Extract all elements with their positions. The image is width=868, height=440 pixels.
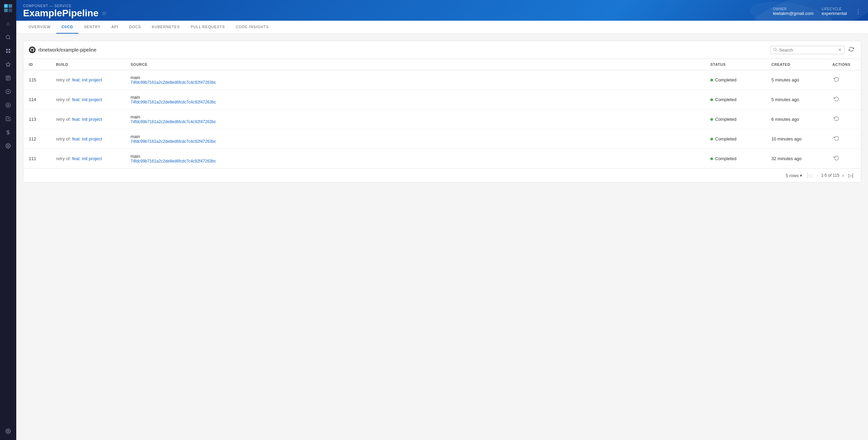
cell-actions-3 [827,129,861,149]
tab-overview[interactable]: OVERVIEW [23,21,56,34]
table-row: 113 retry of: feat: init project main 74… [23,110,861,129]
cell-id-1: 114 [23,90,51,110]
status-text-2: Completed [715,117,736,122]
builds-table: ID BUILD SOURCE STATUS CREATED ACTIONS 1… [23,59,861,168]
tab-api[interactable]: API [106,21,124,34]
svg-rect-8 [6,51,8,53]
sidebar-item-explore[interactable] [2,99,14,111]
cell-build-3: retry of: feat: init project [51,129,125,149]
prev-page-button[interactable]: ‹ [815,171,821,179]
tab-cicd[interactable]: CI/CD [56,21,79,34]
cell-status-0: Completed [705,70,766,90]
status-text-3: Completed [715,136,736,141]
svg-point-20 [7,145,9,147]
source-hash-1[interactable]: 74fdc99b7161a2c2de8ed6fcdc7c4c92f47263bc [131,100,699,104]
cell-created-3: 10 minutes ago [766,129,827,149]
header-left: COMPONENT — SERVICE ExamplePipeline ☆ [23,4,107,19]
tab-kubernetes[interactable]: KUBERNETES [146,21,185,34]
build-link-0[interactable]: feat: init project [72,77,102,82]
cell-source-3: main 74fdc99b7161a2c2de8ed6fcdc7c4c92f47… [125,129,705,149]
source-hash-3[interactable]: 74fdc99b7161a2c2de8ed6fcdc7c4c92f47263bc [131,139,699,144]
svg-point-22 [774,48,776,51]
search-input[interactable] [779,47,836,53]
cell-status-4: Completed [705,149,766,169]
sidebar-item-settings-bottom[interactable] [2,425,14,437]
sidebar-item-search[interactable] [2,31,14,43]
col-id: ID [23,59,51,70]
last-page-button[interactable]: ▷| [846,171,855,179]
page-info: 1-5 of 115 [821,173,840,178]
cell-build-2: retry of: feat: init project [51,110,125,129]
col-status: STATUS [705,59,766,70]
sidebar-item-settings-mid[interactable] [2,140,14,152]
source-hash-0[interactable]: 74fdc99b7161a2c2de8ed6fcdc7c4c92f47263bc [131,80,699,85]
cicd-table-card: rbnetwork/example-pipeline ✕ [23,41,861,183]
retry-button-2[interactable] [832,115,841,124]
cell-actions-1 [827,90,861,110]
cell-build-1: retry of: feat: init project [51,90,125,110]
page-navigation: |◁ ‹ 1-5 of 115 › ▷| [805,171,855,179]
header-right: Owner lewtakm@gmail.com Lifecycle experi… [773,7,861,16]
sidebar-item-dashboard[interactable] [2,45,14,57]
svg-rect-0 [4,4,7,7]
main-area: COMPONENT — SERVICE ExamplePipeline ☆ Ow… [16,0,868,440]
tab-docs[interactable]: DOCS [124,21,146,34]
retry-button-0[interactable] [832,75,841,85]
sidebar-logo[interactable] [3,3,14,14]
more-options-button[interactable]: ⋮ [855,8,861,15]
retry-button-1[interactable] [832,95,841,104]
build-link-1[interactable]: feat: init project [72,97,102,102]
refresh-button[interactable] [847,45,855,55]
clear-search-icon[interactable]: ✕ [838,47,842,52]
page-title: ExamplePipeline [23,8,99,19]
build-link-2[interactable]: feat: init project [72,117,102,122]
status-dot-0 [710,79,713,81]
cell-actions-0 [827,70,861,90]
next-page-button[interactable]: › [840,171,846,179]
build-link-4[interactable]: feat: init project [72,156,102,161]
cell-source-1: main 74fdc99b7161a2c2de8ed6fcdc7c4c92f47… [125,90,705,110]
status-text-1: Completed [715,97,736,102]
source-hash-2[interactable]: 74fdc99b7161a2c2de8ed6fcdc7c4c92f47263bc [131,119,699,124]
sidebar-item-docs[interactable] [2,72,14,84]
cell-id-2: 113 [23,110,51,129]
owner-meta: Owner lewtakm@gmail.com [773,7,813,16]
sidebar-item-cost[interactable] [2,126,14,138]
tab-code-insights[interactable]: CODE INSIGHTS [230,21,274,34]
tab-pull-requests[interactable]: PULL REQUESTS [185,21,230,34]
toolbar-right: ✕ [770,45,855,55]
col-source: SOURCE [125,59,705,70]
lifecycle-meta: Lifecycle experimental [822,7,847,16]
source-hash-4[interactable]: 74fdc99b7161a2c2de8ed6fcdc7c4c92f47263bc [131,159,699,164]
cell-created-2: 6 minutes ago [766,110,827,129]
favorite-icon[interactable]: ☆ [101,9,107,17]
cell-status-3: Completed [705,129,766,149]
first-page-button[interactable]: |◁ [805,171,814,179]
svg-rect-2 [4,8,7,12]
svg-rect-7 [8,49,10,51]
content-area: rbnetwork/example-pipeline ✕ [16,34,868,440]
cell-created-1: 5 minutes ago [766,90,827,110]
tab-sentry[interactable]: SENTRY [78,21,106,34]
cell-source-0: main 74fdc99b7161a2c2de8ed6fcdc7c4c92f47… [125,70,705,90]
svg-point-21 [7,431,9,432]
rows-dropdown-icon[interactable]: ▾ [800,173,802,178]
sidebar-item-home[interactable]: ⌂ [2,18,14,30]
github-icon [29,46,36,53]
component-type-label: COMPONENT — SERVICE [23,4,107,8]
svg-rect-3 [8,8,12,12]
build-link-3[interactable]: feat: init project [72,136,102,141]
cell-actions-2 [827,110,861,129]
owner-label: Owner [773,7,813,11]
cell-id-4: 111 [23,149,51,169]
retry-button-3[interactable] [832,134,841,144]
sidebar-item-plugins[interactable] [2,58,14,71]
repo-link[interactable]: rbnetwork/example-pipeline [29,46,96,53]
retry-button-4[interactable] [832,154,841,164]
sidebar-item-create[interactable] [2,85,14,98]
svg-rect-6 [6,49,8,51]
sidebar-item-tasks[interactable] [2,113,14,125]
svg-point-17 [6,103,10,107]
table-header-row: ID BUILD SOURCE STATUS CREATED ACTIONS [23,59,861,70]
lifecycle-label: Lifecycle [822,7,847,11]
